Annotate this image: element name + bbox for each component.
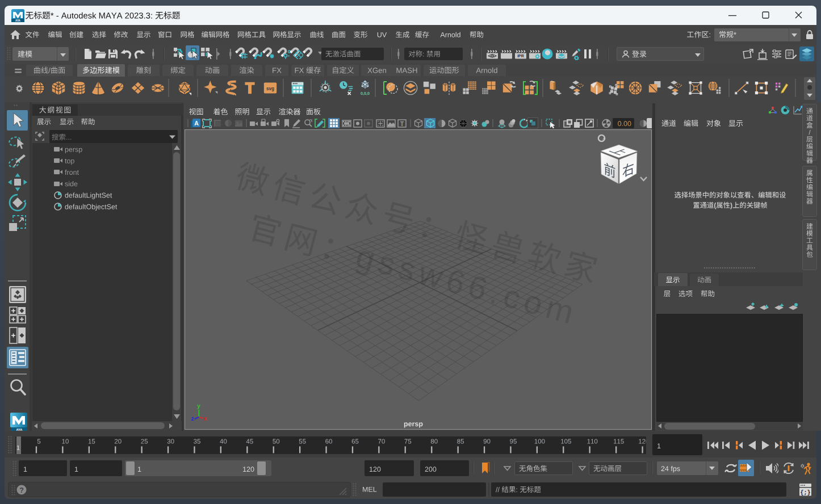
svg-text:svg: svg bbox=[266, 86, 274, 91]
svg-text:x: x bbox=[204, 415, 207, 422]
svg-text:AYA: AYA bbox=[15, 19, 21, 22]
svg-text:A: A bbox=[194, 120, 199, 127]
svg-text:0,0,0: 0,0,0 bbox=[361, 91, 370, 96]
svg-text:z: z bbox=[191, 415, 194, 422]
svg-text:y: y bbox=[197, 403, 200, 409]
svg-text:T: T bbox=[400, 121, 404, 127]
svg-text:{;}: {;} bbox=[800, 490, 810, 496]
svg-text:?: ? bbox=[19, 486, 24, 494]
svg-text:IPR: IPR bbox=[517, 54, 524, 58]
